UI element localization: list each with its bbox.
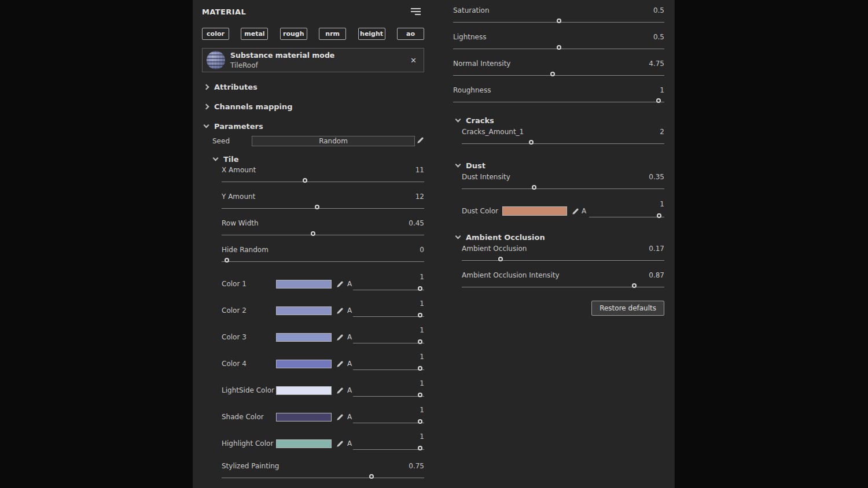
channel-button-nrm[interactable]: nrm: [319, 28, 346, 40]
slider-handle[interactable]: [557, 19, 561, 23]
channel-button-height[interactable]: height: [358, 28, 385, 40]
eyedropper-icon[interactable]: [336, 307, 344, 315]
slider-track[interactable]: [353, 396, 424, 397]
material-card[interactable]: Substance material mode TileRoof ✕: [202, 48, 424, 72]
slider-track[interactable]: [453, 49, 664, 49]
close-icon[interactable]: ✕: [410, 56, 417, 65]
section-label: Channels mapping: [214, 102, 293, 111]
eyedropper-icon[interactable]: [336, 360, 344, 368]
slider-label: Ambient Occlusion Intensity: [462, 271, 560, 279]
color-swatch[interactable]: [276, 386, 332, 395]
restore-defaults-button[interactable]: Restore defaults: [591, 301, 664, 316]
chevron-right-icon: [204, 84, 209, 90]
slider-track[interactable]: [589, 217, 664, 217]
slider-handle[interactable]: [656, 98, 661, 103]
slider-handle[interactable]: [303, 178, 307, 183]
slider-track[interactable]: [462, 143, 664, 144]
color-swatch[interactable]: [276, 280, 332, 289]
slider-track[interactable]: [353, 343, 424, 343]
color-swatch[interactable]: [276, 360, 332, 368]
section-parameters[interactable]: Parameters: [202, 121, 424, 131]
menu-icon[interactable]: [411, 8, 421, 15]
slider-handle[interactable]: [225, 258, 229, 263]
section-ambient-occlusion[interactable]: Ambient Occlusion: [453, 231, 664, 243]
slider-handle[interactable]: [315, 205, 319, 209]
slider-track[interactable]: [353, 369, 424, 370]
channel-button-ao[interactable]: ao: [397, 28, 424, 40]
alpha-slider: 1: [353, 324, 424, 350]
eyedropper-icon[interactable]: [336, 387, 344, 394]
eyedropper-icon[interactable]: [572, 208, 579, 215]
slider-track[interactable]: [222, 235, 424, 235]
channel-button-rough[interactable]: rough: [280, 28, 307, 40]
alpha-value: 1: [420, 379, 424, 387]
slider-track[interactable]: [222, 478, 424, 478]
color-swatch[interactable]: [276, 439, 332, 448]
slider-track[interactable]: [222, 261, 424, 262]
slider-track[interactable]: [353, 290, 424, 290]
eyedropper-icon[interactable]: [336, 440, 344, 448]
slider-handle[interactable]: [311, 231, 315, 236]
section-tile[interactable]: Tile: [214, 154, 424, 164]
slider-handle[interactable]: [418, 366, 422, 371]
color-row-highlight: Highlight Color A 1: [222, 430, 424, 457]
slider-track[interactable]: [222, 182, 424, 182]
section-attributes[interactable]: Attributes: [202, 82, 424, 92]
slider-track[interactable]: [453, 102, 664, 102]
seed-select[interactable]: Random: [252, 136, 415, 146]
section-dust[interactable]: Dust: [453, 160, 664, 171]
section-channels-mapping[interactable]: Channels mapping: [202, 101, 424, 112]
slider-handle[interactable]: [657, 213, 661, 218]
channel-button-color[interactable]: color: [202, 28, 229, 40]
slider-handle[interactable]: [557, 45, 561, 50]
slider-track[interactable]: [453, 75, 664, 76]
alpha-label: A: [347, 306, 352, 315]
color-swatch[interactable]: [276, 306, 332, 315]
slider-stylized-painting: Stylized Painting 0.75: [222, 460, 424, 487]
eyedropper-icon[interactable]: [336, 334, 344, 341]
slider-track[interactable]: [453, 22, 664, 23]
slider-handle[interactable]: [418, 446, 422, 450]
slider-cracks-amount-1: Cracks_Amount_1 2: [462, 126, 664, 153]
slider-value: 0.35: [649, 173, 664, 181]
slider-handle[interactable]: [529, 140, 534, 145]
slider-value: 0: [420, 246, 424, 254]
slider-ambient-occlusion: Ambient Occlusion 0.17: [462, 243, 664, 269]
color-swatch[interactable]: [276, 333, 332, 342]
edit-icon[interactable]: [417, 136, 424, 144]
slider-handle[interactable]: [418, 419, 422, 424]
color-label: Color 4: [222, 360, 276, 368]
slider-track[interactable]: [353, 316, 424, 317]
alpha-value: 1: [420, 406, 424, 414]
slider-track[interactable]: [222, 208, 424, 209]
slider-handle[interactable]: [418, 313, 422, 317]
slider-handle[interactable]: [418, 286, 422, 291]
slider-handle[interactable]: [550, 72, 555, 76]
color-swatch[interactable]: [502, 206, 567, 216]
color-label: Color 1: [222, 280, 276, 288]
slider-track[interactable]: [462, 188, 664, 189]
slider-handle[interactable]: [369, 474, 374, 479]
slider-handle[interactable]: [498, 257, 503, 261]
slider-y-amount: Y Amount 12: [222, 191, 424, 217]
slider-handle[interactable]: [532, 185, 536, 190]
eyedropper-icon[interactable]: [336, 413, 344, 421]
seed-row: Seed Random: [202, 135, 424, 147]
slider-handle[interactable]: [418, 339, 422, 344]
slider-track[interactable]: [353, 449, 424, 450]
material-card-subtitle: TileRoof: [230, 61, 334, 69]
channel-button-metal[interactable]: metal: [241, 28, 268, 40]
slider-handle[interactable]: [632, 283, 637, 288]
tile-parameters: X Amount 11 Y Amount 12 Row Width: [222, 164, 424, 487]
color-swatch[interactable]: [276, 413, 332, 422]
ambient-occlusion-parameters: Ambient Occlusion 0.17 Ambient Occlusion…: [462, 243, 664, 316]
slider-track[interactable]: [462, 287, 664, 287]
alpha-slider: 1: [589, 198, 664, 224]
slider-track[interactable]: [353, 423, 424, 423]
slider-handle[interactable]: [418, 393, 422, 397]
slider-value: 0.45: [409, 219, 424, 227]
section-cracks[interactable]: Cracks: [453, 114, 664, 126]
eyedropper-icon[interactable]: [336, 280, 344, 288]
slider-track[interactable]: [462, 260, 664, 261]
slider-value: 0.75: [409, 462, 424, 470]
